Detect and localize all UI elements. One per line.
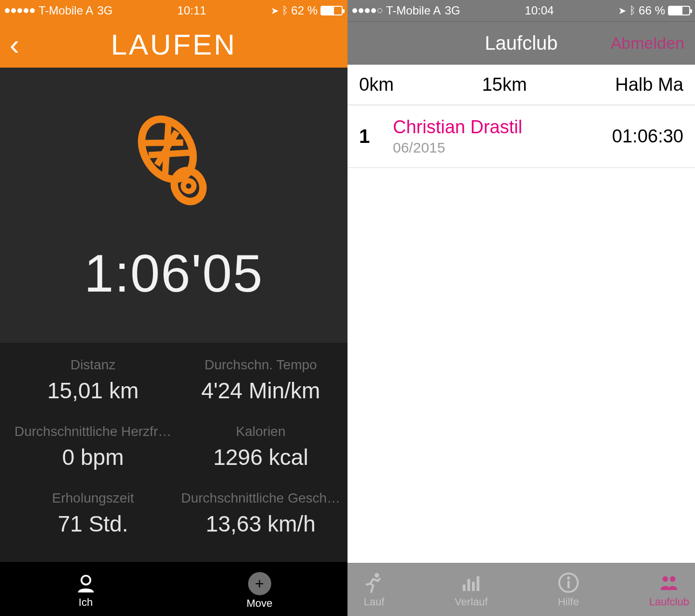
tab-hilfe[interactable]: Hilfe [557, 572, 580, 608]
tab-label: Verlauf [455, 596, 488, 608]
battery-percent: 62 % [291, 4, 318, 17]
entry-date: 06/2015 [393, 140, 612, 156]
duration-value: 1:06'05 [84, 242, 263, 304]
tab-laufclub[interactable]: Laufclub [649, 572, 689, 608]
tab-ich[interactable]: Ich [75, 573, 97, 609]
stat-label: Durchschnittliche Gesch… [176, 490, 345, 506]
leaderboard-body: 1 Christian Drastil 06/2015 01:06:30 [348, 105, 695, 563]
network-label: 3G [97, 4, 112, 17]
signal-strength-icon [352, 8, 382, 13]
status-time: 10:04 [460, 4, 618, 17]
status-bar-right: T-Mobile A 3G 10:04 ➤ ᛒ 66 % [348, 0, 695, 21]
profile-icon [75, 573, 97, 594]
svg-point-1 [169, 165, 209, 207]
stat-label: Durchschn. Tempo [176, 357, 345, 373]
tab-label: Laufclub [649, 596, 689, 608]
logout-button[interactable]: Abmelden [611, 34, 684, 53]
tab-move[interactable]: + Move [247, 572, 273, 610]
status-right: ➤ ᛒ 62 % [271, 4, 343, 17]
runner-name: Christian Drastil [393, 117, 612, 138]
network-label: 3G [445, 4, 460, 17]
club-icon [658, 572, 680, 594]
tabbar-right: Lauf Verlauf Hilfe [348, 563, 695, 616]
stat-value: 71 Std. [10, 511, 176, 537]
tab-verlauf[interactable]: Verlauf [455, 572, 488, 608]
battery-percent: 66 % [639, 4, 665, 17]
svg-point-16 [663, 576, 668, 582]
header-right: Laufclub Abmelden [348, 21, 695, 65]
phone-left: T-Mobile A 3G 10:11 ➤ ᛒ 62 % ‹ LAUFEN [0, 0, 348, 616]
svg-point-8 [375, 573, 379, 577]
rank-number: 1 [359, 126, 388, 147]
status-left: T-Mobile A 3G [5, 4, 112, 17]
tab-label: Move [247, 597, 273, 610]
carrier-label: T-Mobile A [39, 4, 93, 17]
status-bar-left: T-Mobile A 3G 10:11 ➤ ᛒ 62 % [0, 0, 348, 21]
status-right: ➤ ᛒ 66 % [618, 4, 690, 17]
battery-icon [320, 6, 343, 15]
svg-rect-9 [463, 584, 466, 590]
runner-icon [363, 572, 385, 594]
status-left: T-Mobile A 3G [352, 4, 460, 17]
stats-grid: Distanz 15,01 km Durchschn. Tempo 4'24 M… [0, 343, 348, 562]
svg-rect-12 [477, 576, 480, 591]
stat-value: 1296 kcal [176, 444, 345, 470]
stat-value: 15,01 km [10, 378, 176, 404]
leaderboard-row[interactable]: 1 Christian Drastil 06/2015 01:06:30 [348, 105, 695, 168]
svg-point-6 [181, 179, 196, 193]
tab-lauf[interactable]: Lauf [363, 572, 385, 608]
tab-half-marathon[interactable]: Halb Ma [615, 74, 684, 95]
tabbar-left: Ich + Move [0, 562, 348, 616]
header-left: ‹ LAUFEN [0, 21, 348, 68]
stat-recovery: Erholungszeit 71 Std. [10, 490, 176, 557]
bluetooth-icon: ᛒ [629, 4, 636, 17]
bars-icon [460, 572, 482, 594]
carrier-label: T-Mobile A [386, 4, 441, 17]
distance-tabs[interactable]: 0km 15km Halb Ma [348, 65, 695, 105]
stat-label: Durchschnittliche Herzfr… [10, 424, 176, 439]
battery-icon [668, 6, 690, 15]
svg-point-7 [81, 576, 90, 585]
svg-rect-15 [567, 581, 570, 588]
page-title: LAUFEN [0, 28, 348, 61]
signal-strength-icon [5, 8, 35, 13]
stat-value: 13,63 km/h [176, 511, 345, 537]
svg-point-17 [670, 576, 676, 582]
phone-right: T-Mobile A 3G 10:04 ➤ ᛒ 66 % Laufclub Ab… [348, 0, 695, 616]
location-icon: ➤ [618, 5, 626, 16]
stat-calories: Kalorien 1296 kcal [176, 424, 345, 490]
tab-label: Lauf [364, 596, 385, 608]
entry-meta: Christian Drastil 06/2015 [388, 117, 612, 156]
tab-15km[interactable]: 15km [482, 74, 527, 95]
stat-avg-speed: Durchschnittliche Gesch… 13,63 km/h [176, 490, 345, 557]
stat-avg-hr: Durchschnittliche Herzfr… 0 bpm [10, 424, 176, 490]
page-title: Laufclub [485, 32, 557, 54]
entry-time: 01:06:30 [612, 126, 683, 147]
tab-label: Ich [79, 596, 93, 609]
hero-panel: 1:06'05 [0, 68, 348, 343]
svg-rect-10 [468, 579, 471, 591]
status-time: 10:11 [112, 4, 271, 17]
shoe-sole-icon [121, 107, 227, 213]
svg-point-14 [567, 576, 570, 579]
info-icon [557, 572, 580, 594]
stat-avg-pace: Durchschn. Tempo 4'24 Min/km [176, 357, 345, 424]
tab-0km[interactable]: 0km [359, 74, 394, 95]
stat-label: Erholungszeit [10, 490, 176, 506]
stat-label: Distanz [10, 357, 176, 373]
stat-value: 0 bpm [10, 444, 176, 470]
bluetooth-icon: ᛒ [282, 4, 288, 17]
stat-value: 4'24 Min/km [176, 378, 345, 404]
stat-distance: Distanz 15,01 km [10, 357, 176, 424]
svg-rect-11 [472, 582, 475, 591]
tab-label: Hilfe [558, 596, 579, 608]
plus-circle-icon: + [248, 572, 271, 595]
location-icon: ➤ [271, 5, 279, 16]
stat-label: Kalorien [176, 424, 345, 439]
